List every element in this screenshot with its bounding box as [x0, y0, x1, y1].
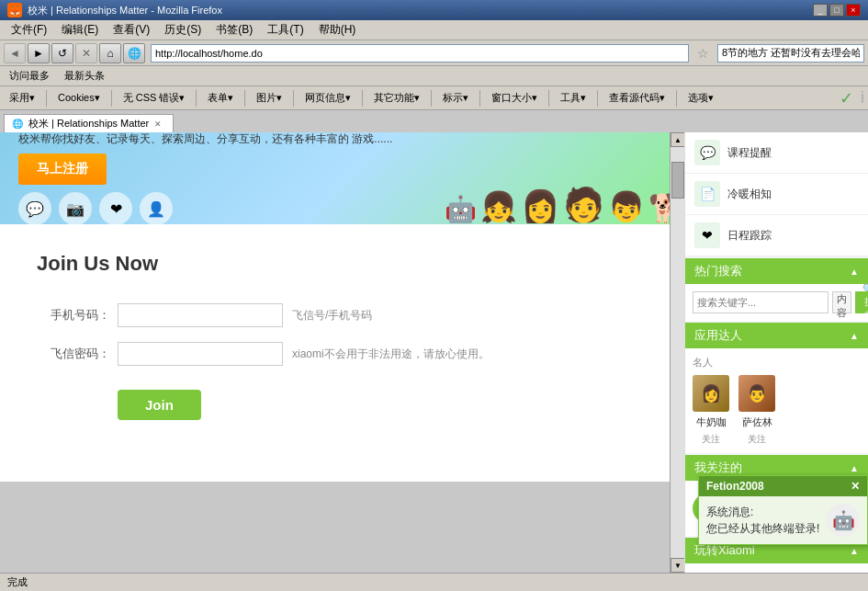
master-follow-1[interactable]: 关注	[702, 433, 720, 446]
phone-input[interactable]	[118, 303, 283, 327]
toolbar-source[interactable]: 查看源代码▾	[603, 89, 671, 107]
friends-icon: 👤	[140, 192, 173, 224]
camera-icon: 📷	[59, 192, 92, 224]
master-name-2: 萨佐林	[742, 415, 772, 429]
forward-btn[interactable]: ►	[28, 43, 50, 63]
scroll-thumb[interactable]	[671, 162, 684, 199]
close-btn[interactable]: ×	[846, 4, 861, 17]
tab-main[interactable]: 🌐 校米 | Relationships Matter ✕	[4, 114, 174, 132]
schedule-item[interactable]: ❤ 日程跟踪	[685, 215, 868, 256]
sep8	[479, 90, 480, 107]
app-masters-section: 应用达人 ▲ 名人 👩 牛奶咖 关注	[685, 323, 868, 453]
stop-btn[interactable]: ✕	[75, 43, 97, 63]
play-xiaomi-arrow[interactable]: ▲	[850, 546, 859, 556]
sep2	[111, 90, 112, 107]
back-btn[interactable]: ◄	[4, 43, 26, 63]
browser-window: 🦊 校米 | Relationships Matter - Mozilla Fi…	[0, 0, 868, 591]
sep9	[548, 90, 549, 107]
search-button[interactable]: 🔍搜索	[855, 291, 868, 313]
scroll-down[interactable]: ▼	[671, 558, 684, 573]
home-btn[interactable]: ⌂	[99, 43, 121, 63]
chat-icon: 💬	[18, 192, 51, 224]
title-bar-left: 🦊 校米 | Relationships Matter - Mozilla Fi…	[7, 3, 222, 17]
master-item-1[interactable]: 👩 牛奶咖 关注	[693, 375, 729, 446]
menu-tools[interactable]: 工具(T)	[260, 20, 310, 40]
menu-bookmarks[interactable]: 书签(B)	[209, 20, 260, 40]
bookmark-latest-headlines[interactable]: 最新头条	[59, 67, 110, 85]
popup-header: Fetion2008 ✕	[699, 476, 867, 496]
app-masters-arrow[interactable]: ▲	[850, 331, 859, 341]
toolbar-use[interactable]: 采用▾	[4, 89, 40, 107]
phone-row: 手机号码： 飞信号/手机号码	[37, 303, 648, 327]
page-content: 校米帮你找好友、记录每天、探索周边、分享互动，还有各种丰富的 游戏...... …	[0, 132, 684, 573]
reload-btn[interactable]: ↺	[51, 43, 73, 63]
sep6	[362, 90, 363, 107]
browser-icon: 🦊	[7, 3, 22, 17]
toolbar-forms[interactable]: 表单▾	[202, 89, 239, 107]
app-masters-header: 应用达人 ▲	[685, 323, 868, 348]
toolbar-images[interactable]: 图片▾	[251, 89, 287, 107]
sep10	[597, 90, 598, 107]
browser-search[interactable]	[717, 44, 864, 63]
master-avatar-img-1: 👩	[693, 375, 729, 412]
register-button[interactable]: 马上注册	[18, 153, 107, 185]
bookmarks-bar: 访问最多 最新头条	[0, 66, 868, 86]
toolbar-cookies[interactable]: Cookies▾	[52, 90, 106, 106]
hot-search-section: 热门搜索 ▲ 内容 🔍搜索	[685, 258, 868, 321]
hot-search-title: 热门搜索	[694, 263, 742, 279]
master-name-1: 牛奶咖	[696, 415, 727, 429]
course-reminder-label: 课程提醒	[727, 145, 772, 161]
sep3	[196, 90, 197, 107]
master-avatar-1: 👩	[693, 375, 729, 412]
hot-search-header: 热门搜索 ▲	[685, 258, 868, 284]
hot-search-input[interactable]	[693, 291, 829, 313]
warm-icon: 📄	[694, 181, 720, 207]
tab-close-icon[interactable]: ✕	[154, 119, 162, 129]
hot-search-arrow[interactable]: ▲	[850, 267, 859, 277]
bookmark-star[interactable]: ☆	[694, 46, 712, 61]
toolbar-options[interactable]: 选项▾	[682, 89, 719, 107]
bookmark-most-visited[interactable]: 访问最多	[4, 67, 55, 85]
scroll-up[interactable]: ▲	[671, 132, 684, 147]
play-xiaomi-body	[685, 563, 868, 573]
popup-close-btn[interactable]: ✕	[851, 480, 860, 493]
master-follow-2[interactable]: 关注	[748, 433, 766, 446]
char-person4: 👦	[608, 189, 645, 224]
right-sidebar: 💬 课程提醒 📄 冷暖相知 ❤ 日程跟踪 热门搜索 ▲	[684, 132, 868, 573]
menu-history[interactable]: 历史(S)	[157, 20, 209, 40]
minimize-btn[interactable]: _	[813, 4, 828, 17]
maximize-btn[interactable]: □	[829, 4, 844, 17]
toolbar-info[interactable]: 网页信息▾	[299, 89, 356, 107]
toolbar-css[interactable]: 无 CSS 错误▾	[118, 89, 191, 107]
menu-help[interactable]: 帮助(H)	[311, 20, 364, 40]
navigation-bar: ◄ ► ↺ ✕ ⌂ 🌐 ☆	[0, 40, 868, 66]
schedule-label: 日程跟踪	[727, 228, 772, 244]
main-layout: 校米帮你找好友、记录每天、探索周边、分享互动，还有各种丰富的 游戏...... …	[0, 132, 868, 573]
hot-search-body: 内容 🔍搜索	[685, 284, 868, 321]
my-follows-arrow[interactable]: ▲	[850, 463, 859, 473]
web-developer-toolbar: 采用▾ Cookies▾ 无 CSS 错误▾ 表单▾ 图片▾ 网页信息▾ 其它功…	[0, 86, 868, 110]
scrollbar[interactable]: ▲ ▼	[670, 132, 684, 573]
address-bar[interactable]	[151, 44, 689, 63]
toolbar-other[interactable]: 其它功能▾	[368, 89, 425, 107]
toolbar-marks[interactable]: 标示▾	[437, 89, 474, 107]
status-text: 完成	[7, 575, 28, 589]
menu-edit[interactable]: 编辑(E)	[54, 20, 106, 40]
master-avatar-2: 👨	[738, 375, 775, 412]
join-button[interactable]: Join	[118, 390, 201, 420]
password-input[interactable]	[118, 342, 283, 366]
password-label: 飞信密码：	[37, 346, 110, 362]
char-robot: 🤖	[445, 194, 477, 224]
sep1	[46, 90, 47, 107]
menu-view[interactable]: 查看(V)	[106, 20, 157, 40]
course-reminder-item[interactable]: 💬 课程提醒	[685, 132, 868, 174]
course-icon: 💬	[694, 140, 720, 165]
sep5	[293, 90, 294, 107]
fetion-hint: 飞信号/手机号码	[292, 308, 372, 324]
toolbar-window-size[interactable]: 窗口大小▾	[486, 89, 543, 107]
menu-file[interactable]: 文件(F)	[4, 20, 54, 40]
master-item-2[interactable]: 👨 萨佐林 关注	[738, 375, 775, 446]
toolbar-tools[interactable]: 工具▾	[555, 89, 592, 107]
master-avatar-img-2: 👨	[738, 375, 775, 412]
warm-regards-item[interactable]: 📄 冷暖相知	[685, 174, 868, 215]
